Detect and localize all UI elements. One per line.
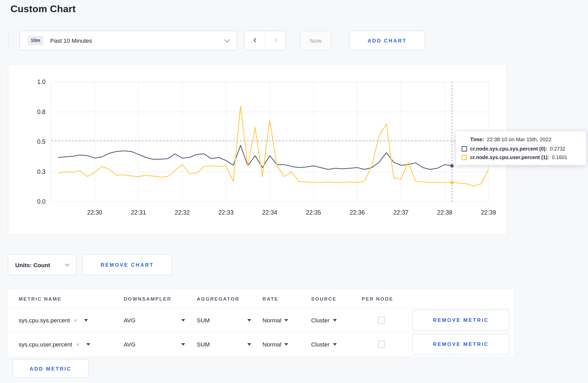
remove-chart-button[interactable]: REMOVE CHART [82,254,172,275]
add-metric-button[interactable]: ADD METRIC [12,359,89,378]
svg-text:22:35: 22:35 [306,209,321,216]
aggregator-value: SUM [197,341,210,348]
caret-down-icon [181,319,185,321]
units-label: Units: Count [15,261,50,268]
remove-metric-button[interactable]: REMOVE METRIC [412,334,509,355]
source-select[interactable]: Cluster [311,317,337,324]
caret-down-icon [87,343,90,345]
source-value: Cluster [311,341,330,348]
chart-panel: 0.00.30.50.81.022:3022:3122:3222:3322:34… [8,64,507,235]
tooltip-series-value: 0.2732 [550,146,565,152]
tooltip-series-row: cr.node.sys.cpu.sys.percent (0): 0.2732 [462,146,581,152]
svg-text:1.0: 1.0 [37,79,45,85]
metric-row: sys.cpu.user.percent × AVG SUM Normal Cl… [8,332,513,356]
col-header-source: SOURCE [311,296,362,302]
clear-metric-icon[interactable]: × [74,317,77,324]
rate-select[interactable]: Normal [263,341,289,348]
svg-text:0.5: 0.5 [37,138,45,145]
svg-text:22:39: 22:39 [481,209,496,216]
svg-text:22:33: 22:33 [218,209,233,216]
col-header-per-node: PER NODE [362,296,412,302]
rate-value: Normal [263,341,282,348]
metric-row: sys.cpu.sys.percent × AVG SUM Normal Clu… [8,308,513,332]
toolbar: 10m Past 10 Minutes ‹ › Now ADD CHART [8,31,425,50]
caret-down-icon [84,319,88,321]
svg-text:22:31: 22:31 [131,209,146,216]
page-title: Custom Chart [11,3,76,15]
aggregator-select[interactable]: SUM [197,341,251,348]
units-select[interactable]: Units: Count [8,254,76,275]
add-chart-button[interactable]: ADD CHART [349,31,425,50]
time-range-badge: 10m [28,36,43,45]
clear-metric-icon[interactable]: × [76,341,79,348]
caret-down-icon [284,319,288,321]
source-select[interactable]: Cluster [311,341,337,348]
svg-text:22:34: 22:34 [262,209,277,216]
svg-text:0.8: 0.8 [37,109,45,115]
aggregator-value: SUM [197,317,210,324]
col-header-downsampler: DOWNSAMPLER [124,296,197,302]
downsampler-select[interactable]: AVG [124,317,185,324]
chart-tooltip: Time:22:38:10 on Mar 15th, 2022 cr.node.… [456,131,586,165]
aggregator-select[interactable]: SUM [197,317,251,324]
tooltip-series-value: 0.1601 [552,154,568,160]
col-header-metric-name: METRIC NAME [19,296,124,302]
svg-text:0.3: 0.3 [37,168,45,175]
svg-text:22:30: 22:30 [87,209,102,216]
caret-down-icon [247,319,251,321]
remove-metric-button[interactable]: REMOVE METRIC [412,310,509,331]
caret-down-icon [333,343,337,345]
col-header-aggregator: AGGREGATOR [197,296,263,302]
tooltip-time-label: Time: [470,137,484,143]
toolbar-divider [8,32,9,49]
metrics-table: METRIC NAME DOWNSAMPLER AGGREGATOR RATE … [8,290,513,356]
time-range-select[interactable]: 10m Past 10 Minutes [19,31,237,50]
time-range-label: Past 10 Minutes [50,37,225,44]
caret-down-icon [247,343,251,345]
rate-value: Normal [263,317,282,324]
metric-name-select[interactable]: sys.cpu.sys.percent × [19,317,124,324]
custom-chart-page: Custom Chart 10m Past 10 Minutes ‹ › Now… [0,0,588,383]
svg-text:22:38: 22:38 [437,209,452,216]
chevron-down-icon [224,37,230,42]
time-nav-group: ‹ › [244,31,286,50]
time-forward-button[interactable]: › [265,31,286,50]
svg-text:22:36: 22:36 [350,209,365,216]
svg-text:22:37: 22:37 [393,209,408,216]
caret-down-icon [284,343,288,345]
downsampler-value: AVG [124,341,136,348]
svg-text:22:32: 22:32 [175,209,190,216]
tooltip-series-row: cr.node.sys.cpu.user.percent (1): 0.1601 [462,154,581,160]
source-value: Cluster [311,317,330,324]
metric-name: sys.cpu.sys.percent [19,317,70,324]
now-button[interactable]: Now [300,31,331,50]
time-back-button[interactable]: ‹ [245,31,265,50]
tooltip-series-label: cr.node.sys.cpu.sys.percent (0): [470,146,547,152]
caret-down-icon [333,319,337,321]
metric-name-select[interactable]: sys.cpu.user.percent × [19,341,124,348]
rate-select[interactable]: Normal [263,317,289,324]
tooltip-time-row: Time:22:38:10 on Mar 15th, 2022 [470,137,581,143]
tooltip-series-label: cr.node.sys.cpu.user.percent (1): [470,154,549,160]
downsampler-value: AVG [124,317,136,324]
series-user-swatch-icon [462,154,467,160]
tooltip-time-value: 22:38:10 on Mar 15th, 2022 [487,137,551,143]
chevron-down-icon [65,261,69,266]
svg-text:0.0: 0.0 [37,198,45,205]
per-node-checkbox[interactable] [378,341,385,348]
chart-controls: Units: Count REMOVE CHART [8,254,172,275]
per-node-checkbox[interactable] [378,317,385,324]
series-sys-swatch-icon [462,146,467,151]
caret-down-icon [181,343,185,345]
metrics-line-chart[interactable]: 0.00.30.50.81.022:3022:3122:3222:3322:34… [8,65,506,220]
col-header-rate: RATE [263,296,311,302]
metric-name: sys.cpu.user.percent [19,341,72,348]
table-header-row: METRIC NAME DOWNSAMPLER AGGREGATOR RATE … [8,290,513,308]
downsampler-select[interactable]: AVG [124,341,185,348]
